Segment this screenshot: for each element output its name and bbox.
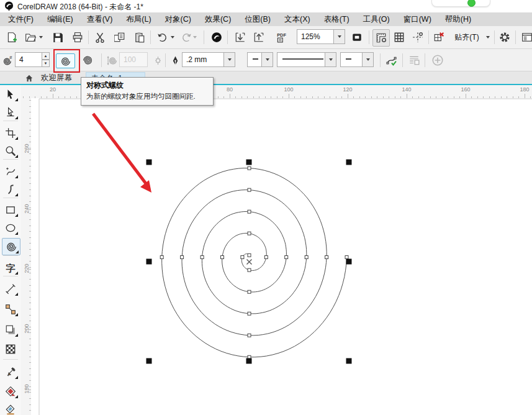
menu-item-2[interactable]: 查看(V)	[80, 13, 120, 26]
menu-item-0[interactable]: 文件(F)	[1, 13, 40, 26]
outline-width-icon	[169, 52, 181, 68]
zoom-level-combo[interactable]: 125%	[297, 29, 345, 44]
title-bar: CorelDRAW 2018 (64-Bit) - 未命名 -1*	[0, 0, 532, 12]
curve-node[interactable]	[160, 256, 163, 259]
line-style-combo[interactable]	[277, 52, 336, 67]
toolbar-separator	[380, 53, 381, 67]
save-button[interactable]	[50, 29, 66, 45]
menu-item-7[interactable]: 文本(X)	[277, 13, 317, 26]
new-document-button[interactable]	[4, 29, 20, 45]
paste-button[interactable]	[132, 29, 148, 45]
search-content-icon	[211, 32, 222, 43]
curve-node[interactable]	[345, 256, 348, 259]
show-rulers-icon	[376, 32, 387, 43]
snap-disable-button[interactable]	[431, 29, 447, 45]
snap-to-dropdown[interactable]	[484, 29, 492, 45]
undo-dropdown[interactable]	[169, 29, 176, 45]
curve-node[interactable]	[248, 268, 251, 271]
menu-item-1[interactable]: 编辑(E)	[40, 13, 80, 26]
selection-handle[interactable]	[346, 259, 352, 265]
selection-handle[interactable]	[346, 160, 352, 165]
start-arrowhead-combo[interactable]	[247, 52, 273, 67]
import-button[interactable]	[232, 29, 248, 45]
undo-button[interactable]	[154, 29, 170, 45]
menu-item-3[interactable]: 布局(L)	[119, 13, 158, 26]
publish-pdf-button[interactable]: PDF	[273, 29, 289, 45]
full-screen-preview-button[interactable]	[349, 29, 365, 45]
spiral-revolutions-input[interactable]	[15, 52, 42, 67]
chevron-down-icon	[171, 36, 174, 39]
logarithmic-spiral-button[interactable]	[79, 53, 97, 67]
curve-node[interactable]	[201, 256, 204, 259]
menu-item-5[interactable]: 效果(C)	[198, 13, 238, 26]
search-content-button[interactable]	[209, 29, 225, 45]
curve-node[interactable]	[181, 256, 184, 259]
curve-node[interactable]	[221, 256, 224, 259]
curve-node[interactable]	[241, 256, 244, 259]
show-guidelines-button[interactable]	[410, 29, 426, 45]
curve-node[interactable]	[248, 312, 251, 315]
spinner-down-icon[interactable]: ▼	[42, 60, 50, 67]
curve-node[interactable]	[248, 232, 251, 235]
menu-item-8[interactable]: 表格(T)	[317, 13, 356, 26]
dockers-panel-button[interactable]	[519, 29, 532, 45]
curve-node[interactable]	[264, 256, 268, 259]
curve-node[interactable]	[248, 166, 251, 170]
zoom-dropdown[interactable]	[333, 30, 345, 43]
selection-handle[interactable]	[147, 160, 152, 165]
print-button[interactable]	[70, 29, 86, 45]
object-center-marker[interactable]	[247, 260, 252, 265]
open-button[interactable]	[22, 29, 38, 45]
outline-width-dropdown[interactable]	[223, 53, 235, 66]
toolbar-separator	[165, 53, 166, 67]
home-tab[interactable]	[22, 71, 36, 84]
spinner-up-icon[interactable]: ▲	[42, 52, 50, 60]
snap-to-button[interactable]: 贴齐(T)	[449, 29, 484, 45]
show-rulers-button[interactable]	[372, 29, 390, 47]
selection-handle[interactable]	[147, 259, 152, 265]
selection-handle[interactable]	[147, 358, 152, 364]
options-button[interactable]	[497, 29, 513, 45]
copy-icon	[114, 32, 125, 43]
curve-node[interactable]	[248, 290, 251, 293]
curve-node[interactable]	[285, 256, 288, 259]
close-curve-button[interactable]	[384, 52, 400, 68]
open-dropdown[interactable]	[37, 29, 45, 45]
curve-node[interactable]	[248, 253, 251, 257]
cut-button[interactable]	[92, 29, 108, 45]
line-style-dropdown[interactable]	[325, 53, 336, 66]
curve-node[interactable]	[305, 256, 308, 259]
plus-circle-icon	[431, 54, 444, 66]
menu-item-9[interactable]: 工具(O)	[356, 13, 397, 26]
export-button[interactable]	[251, 29, 267, 45]
menu-item-11[interactable]: 帮助(H)	[438, 13, 478, 26]
start-arrowhead-dropdown[interactable]	[261, 53, 273, 66]
selection-handle[interactable]	[246, 160, 252, 165]
spiral-expansion-input	[119, 52, 148, 67]
curve-node[interactable]	[248, 210, 251, 213]
redo-dropdown[interactable]	[191, 29, 199, 45]
zoom-level-value: 125%	[297, 32, 333, 41]
end-arrowhead-dropdown[interactable]	[362, 53, 373, 66]
curve-node[interactable]	[325, 256, 328, 259]
tooltip-title: 对称式螺纹	[86, 80, 208, 91]
undo-icon	[156, 32, 168, 43]
selection-handle[interactable]	[346, 358, 352, 364]
spiral-revolutions-spinner[interactable]: ▲▼	[42, 52, 50, 67]
menu-item-10[interactable]: 窗口(W)	[397, 13, 438, 26]
curve-node[interactable]	[248, 334, 251, 337]
copy-button[interactable]	[112, 29, 128, 45]
spiral-object[interactable]	[162, 168, 347, 357]
canvas-stage	[0, 85, 532, 415]
chevron-down-icon	[266, 58, 269, 61]
tab-welcome-screen[interactable]: 欢迎屏幕	[36, 71, 77, 84]
menu-item-4[interactable]: 对象(C)	[158, 13, 198, 26]
svg-text:PDF: PDF	[277, 32, 286, 38]
selection-handle[interactable]	[246, 358, 252, 364]
outline-width-combo[interactable]: .2 mm	[182, 52, 235, 67]
curve-node[interactable]	[248, 188, 251, 191]
export-icon	[253, 32, 264, 43]
show-grid-button[interactable]	[391, 29, 407, 45]
end-arrowhead-combo[interactable]	[340, 52, 374, 67]
menu-item-6[interactable]: 位图(B)	[238, 13, 277, 26]
